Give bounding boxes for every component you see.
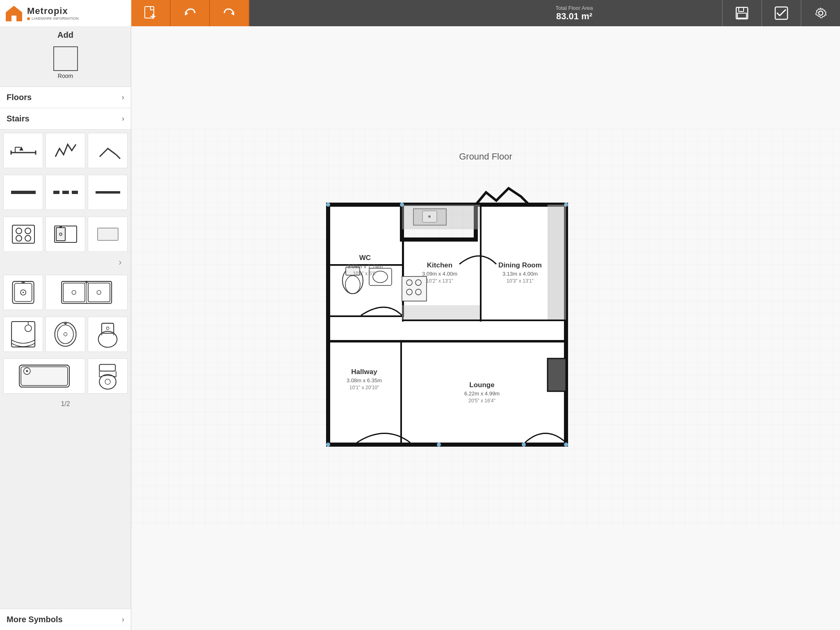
svg-rect-35 <box>98 228 118 240</box>
symbol-toilet-top[interactable] <box>88 317 128 352</box>
svg-rect-31 <box>56 228 65 241</box>
svg-rect-90 <box>443 443 566 446</box>
svg-point-110 <box>437 443 441 447</box>
room-item[interactable]: Room <box>50 43 81 82</box>
next-arrow-button[interactable]: › <box>113 255 128 270</box>
l-stair-icon <box>94 138 122 163</box>
svg-rect-67 <box>99 365 115 371</box>
main-content: Add Room Floors › Stairs › <box>0 26 840 630</box>
svg-point-62 <box>106 327 109 330</box>
floors-chevron-icon: › <box>122 93 124 102</box>
svg-rect-79 <box>328 315 404 317</box>
symbol-rectangle[interactable] <box>88 217 128 252</box>
svg-point-54 <box>57 325 73 344</box>
more-symbols-header[interactable]: More Symbols › <box>0 609 131 630</box>
svg-rect-88 <box>400 340 402 445</box>
ground-floor-label: Ground Floor <box>459 151 512 162</box>
svg-rect-25 <box>12 225 34 243</box>
lounge-dim1: 6.22m x 4.99m <box>464 390 500 397</box>
symbol-double-sink[interactable] <box>46 275 128 310</box>
canvas-area[interactable]: Ground Floor <box>131 26 840 630</box>
logo-dot-icon <box>27 17 30 20</box>
stairs-chevron-icon: › <box>122 114 124 123</box>
svg-rect-94 <box>402 276 427 301</box>
symbol-wall-dashed[interactable] <box>46 175 85 210</box>
dining-dim2: 10'3" x 13'1" <box>507 278 534 284</box>
svg-marker-76 <box>328 205 566 445</box>
toolbar-buttons <box>131 0 427 26</box>
next-arrow-container: › <box>0 255 131 272</box>
wall-thin-icon <box>94 180 122 205</box>
settings-button[interactable] <box>801 0 840 26</box>
hallway-dim1: 3.08m x 6.35m <box>347 377 382 383</box>
svg-rect-78 <box>328 205 330 315</box>
undo-icon <box>183 6 197 21</box>
wc-dim2: 10'1" x 5'8" <box>353 271 377 276</box>
door-straight-icon <box>9 138 38 163</box>
toolbar-right <box>722 0 840 26</box>
symbol-bathroom-sink[interactable] <box>3 275 43 310</box>
stairs-label: Stairs <box>7 114 30 123</box>
svg-rect-1 <box>12 16 16 21</box>
shower-icon <box>10 320 37 349</box>
symbol-sink-kitchen[interactable] <box>46 217 85 252</box>
svg-point-12 <box>819 11 823 15</box>
hallway-dim2: 10'1" x 20'10" <box>349 385 379 390</box>
add-section: Add Room <box>0 26 131 87</box>
symbol-l-stair[interactable] <box>88 133 128 168</box>
rectangle-icon <box>94 222 122 247</box>
svg-rect-20 <box>11 191 36 194</box>
symbol-wall-solid[interactable] <box>3 175 43 210</box>
stairs-section-header[interactable]: Stairs › <box>0 108 131 130</box>
bathroom-grid-1 <box>0 272 131 313</box>
symbol-door-straight[interactable] <box>3 133 43 168</box>
svg-rect-84 <box>402 320 480 321</box>
room-label: Room <box>58 73 73 79</box>
toilet-top-icon <box>94 320 121 349</box>
svg-point-27 <box>25 228 31 234</box>
toilet-side-icon <box>94 362 121 390</box>
symbol-wall-thin[interactable] <box>88 175 128 210</box>
svg-rect-23 <box>72 191 78 194</box>
symbol-stairs-zigzag[interactable] <box>46 133 85 168</box>
add-label: Add <box>4 30 127 40</box>
svg-point-28 <box>16 235 22 241</box>
floors-label: Floors <box>7 93 32 102</box>
svg-point-55 <box>64 333 67 336</box>
floors-section-header[interactable]: Floors › <box>0 87 131 108</box>
svg-point-39 <box>23 292 24 293</box>
gear-icon <box>813 6 828 21</box>
svg-point-53 <box>55 322 76 347</box>
wall-dashed-icon <box>51 180 80 205</box>
sink-kitchen-icon <box>51 222 80 247</box>
svg-rect-87 <box>328 340 566 342</box>
double-sink-icon <box>60 278 113 307</box>
svg-rect-22 <box>62 191 69 194</box>
symbol-shower[interactable] <box>3 317 43 352</box>
undo-button[interactable] <box>171 0 210 26</box>
svg-point-105 <box>326 203 330 207</box>
svg-rect-9 <box>737 13 746 18</box>
svg-rect-83 <box>480 205 482 322</box>
check-button[interactable] <box>761 0 801 26</box>
symbol-toilet-side[interactable] <box>88 358 128 394</box>
svg-rect-21 <box>53 191 59 194</box>
floor-area-display: Total Floor Area 83.01 m² <box>427 0 722 26</box>
symbols-grid-3 <box>0 213 131 255</box>
more-symbols-chevron-icon: › <box>122 615 124 624</box>
redo-button[interactable] <box>210 0 249 26</box>
symbol-round-sink[interactable] <box>46 317 85 352</box>
svg-rect-114 <box>548 205 566 320</box>
svg-point-108 <box>564 443 568 447</box>
lounge-room-label: Lounge <box>469 381 494 389</box>
wc-room-label: WC <box>359 254 371 262</box>
symbol-hob[interactable] <box>3 217 43 252</box>
symbol-bath[interactable] <box>3 358 85 394</box>
wall-solid-icon <box>9 180 38 205</box>
svg-rect-112 <box>402 205 480 229</box>
stairs-zigzag-icon <box>51 138 80 163</box>
new-file-button[interactable] <box>131 0 171 26</box>
save-button[interactable] <box>722 0 761 26</box>
svg-point-66 <box>26 370 28 372</box>
svg-rect-104 <box>548 358 566 391</box>
